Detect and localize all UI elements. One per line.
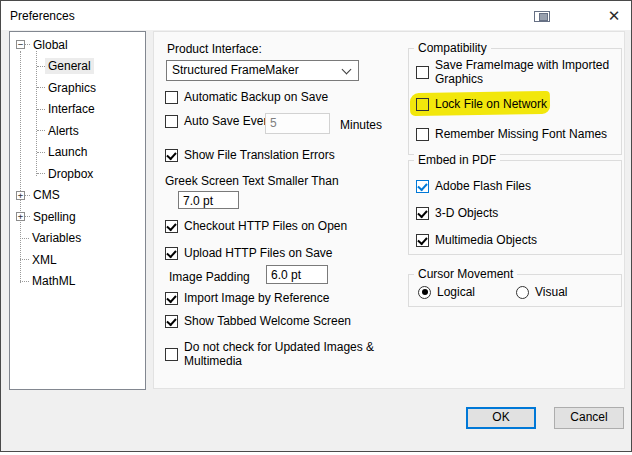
checkbox-import-image[interactable]: Import Image by Reference [165,291,329,305]
close-icon[interactable]: ✕ [601,6,627,26]
checkbox-label: Automatic Backup on Save [184,90,328,104]
tree-item-mathml[interactable]: MathML [10,271,145,293]
tree-connector [20,259,29,260]
checkbox-label: Import Image by Reference [184,291,329,305]
radio-icon[interactable] [418,286,431,299]
checkbox-show-tabbed-welcome[interactable]: Show Tabbed Welcome Screen [165,314,351,328]
expand-icon[interactable]: + [16,212,25,221]
checkbox-label: Adobe Flash Files [435,179,531,193]
tree-connector [20,281,29,282]
tree-item-label: General [45,58,94,74]
checkbox-icon[interactable] [416,66,429,79]
tree-item-label: Graphics [45,80,99,96]
checkbox-save-frameimage[interactable]: Save FrameImage with Imported Graphics [416,58,616,86]
tree-item-label: Spelling [30,209,79,225]
checkbox-checkout-http[interactable]: Checkout HTTP Files on Open [165,219,347,233]
tree-connector [37,66,45,67]
checkbox-label: Show Tabbed Welcome Screen [184,314,351,328]
radio-icon[interactable] [516,286,529,299]
checkbox-3d-objects[interactable]: 3-D Objects [416,206,498,220]
image-padding-label: Image Padding [169,270,250,284]
tree-item-label: Launch [45,144,90,160]
checkbox-label: Remember Missing Font Names [435,127,607,141]
embed-pdf-group-title: Embed in PDF [414,154,500,167]
checkbox-icon[interactable] [165,115,178,128]
checkbox-icon[interactable] [165,315,178,328]
tree-item-general[interactable]: General [10,56,145,78]
tree-item-dropbox[interactable]: Dropbox [10,163,145,185]
checkbox-label: Upload HTTP Files on Save [184,246,333,260]
tree-rows: − Global General Graphics Interface Aler… [10,34,145,292]
checkbox-icon[interactable] [165,220,178,233]
checkbox-label: Save FrameImage with Imported Graphics [435,58,611,86]
checkbox-auto-save[interactable]: Auto Save Every [165,114,273,128]
checkbox-icon[interactable] [416,207,429,220]
checkbox-icon[interactable] [165,348,178,361]
compatibility-group-title: Compatibility [414,42,491,55]
checkbox-icon[interactable] [416,128,429,141]
checkbox-automatic-backup[interactable]: Automatic Backup on Save [165,90,328,104]
checkbox-upload-http[interactable]: Upload HTTP Files on Save [165,246,333,260]
checkbox-label: Lock File on Network [435,97,547,111]
checkbox-icon[interactable] [165,91,178,104]
checkbox-label: Auto Save Every [184,114,273,128]
checkbox-icon[interactable] [416,180,429,193]
expand-icon[interactable]: + [16,191,25,200]
ok-button[interactable]: OK [466,407,536,429]
tree-connector [37,109,45,110]
image-padding-input[interactable]: 6.0 pt [266,265,328,284]
checkbox-icon[interactable] [165,149,178,162]
tree-connector [37,173,45,174]
radio-visual[interactable]: Visual [516,285,567,299]
tree-item-global[interactable]: − Global [10,34,145,56]
window-title: Preferences [10,9,75,23]
checkbox-icon[interactable] [165,247,178,260]
checkbox-remember-fonts[interactable]: Remember Missing Font Names [416,127,607,141]
tree-item-interface[interactable]: Interface [10,99,145,121]
tree-connector [20,238,29,239]
auto-save-minutes-input[interactable]: 5 [265,113,330,134]
tree-connector [37,87,45,88]
tree-item-launch[interactable]: Launch [10,142,145,164]
tree-item-spelling[interactable]: + Spelling [10,206,145,228]
tree-item-cms[interactable]: + CMS [10,185,145,207]
preferences-tree: − Global General Graphics Interface Aler… [9,31,146,390]
tree-item-label: MathML [29,273,78,289]
chevron-down-icon [342,65,352,75]
checkbox-label: Multimedia Objects [435,233,537,247]
greek-text-input[interactable]: 7.0 pt [178,191,239,209]
general-settings-panel: Product Interface: Structured FrameMaker… [153,31,625,389]
checkbox-show-file-translation[interactable]: Show File Translation Errors [165,148,335,162]
tree-item-label: Global [30,37,71,53]
radio-label: Logical [437,285,475,299]
cancel-button[interactable]: Cancel [554,407,624,429]
checkbox-icon[interactable] [416,98,429,111]
tree-item-label: XML [29,252,60,268]
checkbox-icon[interactable] [165,292,178,305]
tree-item-label: Dropbox [45,166,96,182]
tree-item-graphics[interactable]: Graphics [10,77,145,99]
radio-logical[interactable]: Logical [418,285,475,299]
preferences-dialog: Preferences ✕ − Global General Graphics … [0,0,632,452]
checkbox-do-not-check-updated[interactable]: Do not check for Updated Images & Multim… [165,340,381,368]
checkbox-label: Checkout HTTP Files on Open [184,219,347,233]
greek-text-label: Greek Screen Text Smaller Than [165,174,339,188]
checkbox-lock-file-network[interactable]: Lock File on Network [416,97,547,111]
tree-item-xml[interactable]: XML [10,249,145,271]
radio-label: Visual [535,285,567,299]
tree-item-label: CMS [30,187,63,203]
collapse-icon[interactable]: − [16,40,25,49]
checkbox-label: Show File Translation Errors [184,148,335,162]
checkbox-icon[interactable] [416,234,429,247]
tree-item-label: Alerts [45,123,82,139]
cursor-movement-group-title: Cursor Movement [414,268,517,281]
tree-item-variables[interactable]: Variables [10,228,145,250]
checkbox-adobe-flash[interactable]: Adobe Flash Files [416,179,531,193]
product-interface-select[interactable]: Structured FrameMaker [166,60,359,81]
tree-item-label: Interface [45,101,98,117]
checkbox-label: Do not check for Updated Images & Multim… [184,340,380,368]
checkbox-multimedia-objects[interactable]: Multimedia Objects [416,233,537,247]
tree-connector [37,152,45,153]
tree-item-alerts[interactable]: Alerts [10,120,145,142]
product-interface-value: Structured FrameMaker [172,63,299,77]
